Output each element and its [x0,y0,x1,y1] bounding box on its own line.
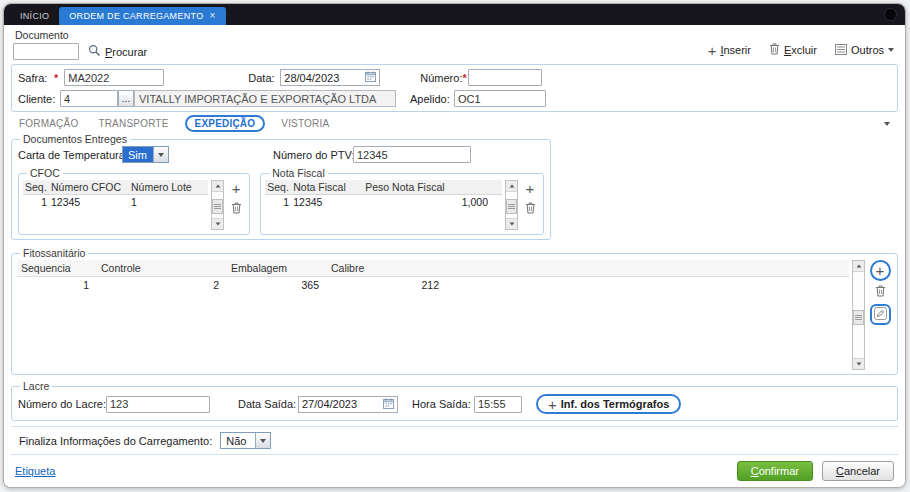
chevron-down-icon [888,48,894,52]
tab-vistoria[interactable]: VISTORIA [281,118,329,129]
scroll-thumb[interactable] [212,199,223,214]
tab-expedicao[interactable]: EXPEDIÇÃO [185,115,266,132]
cancelar-button[interactable]: Cancelar [822,461,894,481]
tab-ordem-label: ORDEM DE CARREGAMENTO [69,11,203,21]
add-highlight-annotation: + [870,260,891,281]
tab-inicio-label: INÍCIO [20,11,49,21]
footer-buttons: Confirmar Cancelar [737,461,894,481]
footer-bar: Etiqueta Confirmar Cancelar [11,455,898,483]
lacre-group: Lacre Número do Lacre: Data Saída: 27/04… [11,380,898,421]
numero-label: Número:* [420,72,468,84]
inserir-button[interactable]: + Inserir [706,43,753,57]
cfoc-table: Seq. Número CFOC Número Lote 1 12345 1 [23,180,208,230]
fito-edit-button[interactable] [872,307,888,322]
cliente-lookup-button[interactable]: ... [118,90,134,107]
finaliza-select[interactable]: Não [220,432,271,449]
lacre-title: Lacre [20,380,52,392]
tab-formacao[interactable]: FORMAÇÃO [19,118,78,129]
data-saida-field[interactable]: 27/04/2023 [298,396,398,413]
documento-search-area: Documento Procurar [13,29,149,60]
cliente-code-field[interactable] [60,90,118,107]
tab-transporte[interactable]: TRANSPORTE [98,118,168,129]
cfoc-scrollbar[interactable] [211,180,224,230]
carta-temperatura-row: Carta de Temperatura: Sim Número do PTV: [16,146,546,167]
edit-highlight-annotation [870,304,891,325]
fito-delete-button[interactable] [872,285,888,300]
lacre-numero-field[interactable] [106,396,210,413]
scroll-thumb[interactable] [506,199,517,214]
cfoc-add-button[interactable]: + [228,181,244,196]
cfoc-header-row: Seq. Número CFOC Número Lote [23,180,208,195]
scroll-down-icon[interactable] [506,218,517,229]
cfoc-delete-button[interactable] [228,202,244,217]
nota-fiscal-body: Seq. Nota Fiscal Peso Nota Fiscal 1 1234… [265,180,539,230]
finaliza-row: Finaliza Informações do Carregamento: Nã… [11,426,898,455]
scroll-thumb[interactable] [853,310,864,325]
carta-temperatura-select[interactable]: Sim [122,146,169,163]
termografos-button[interactable]: + Inf. dos Termógrafos [536,394,681,414]
data-field[interactable]: 28/04/2023 [280,69,380,86]
nf-col-nota: Nota Fiscal [291,180,363,194]
trash-icon [525,202,536,217]
fito-scrollbar[interactable] [852,260,865,370]
safra-field[interactable] [64,69,164,86]
documento-controls: Procurar [13,43,149,60]
scroll-down-icon[interactable] [853,358,864,369]
trash-icon [231,202,242,217]
fito-scroll-track[interactable] [853,272,864,358]
ptv-label: Número do PTV: [273,149,353,161]
apelido-field[interactable] [454,90,546,107]
search-icon [88,44,101,59]
calendar-icon[interactable] [383,398,394,411]
fitossanitario-table: Sequencia Controle Embalagem Calibre 1 2… [17,260,849,370]
dropdown-arrow-icon[interactable] [153,147,168,162]
cfoc-col-lote: Número Lote [129,180,208,194]
nf-scroll-track[interactable] [506,192,517,218]
tab-inicio[interactable]: INÍCIO [10,7,59,25]
nf-add-button[interactable]: + [522,181,538,196]
window-menu-button[interactable] [884,8,897,21]
plus-icon: + [232,183,241,194]
procurar-button[interactable]: Procurar [86,43,149,60]
carta-temperatura-value: Sim [123,147,153,162]
table-row[interactable]: 1 12345 1,000 [265,195,502,209]
tab-ordem-de-carregamento[interactable]: ORDEM DE CARREGAMENTO × [59,7,225,25]
fito-add-button[interactable]: + [872,263,888,278]
lacre-row: Número do Lacre: Data Saída: 27/04/2023 … [16,393,893,416]
cfoc-body: Seq. Número CFOC Número Lote 1 12345 1 [23,180,245,230]
nf-delete-button[interactable] [522,202,538,217]
documents-tables: CFOC Seq. Número CFOC Número Lote 1 1234… [16,167,546,235]
calendar-icon[interactable] [365,71,376,84]
close-tab-icon[interactable]: × [209,11,215,21]
etiqueta-link[interactable]: Etiqueta [15,465,55,477]
confirmar-button[interactable]: Confirmar [737,461,813,481]
scroll-up-icon[interactable] [212,181,223,192]
cfoc-scroll-track[interactable] [212,192,223,218]
scroll-up-icon[interactable] [853,261,864,272]
table-row[interactable]: 1 12345 1 [23,195,208,209]
documento-label: Documento [13,29,149,41]
data-saida-label: Data Saída: [238,398,298,410]
hora-saida-field[interactable] [474,396,522,413]
outros-button[interactable]: Outros [833,43,896,58]
app-window: INÍCIO ORDEM DE CARREGAMENTO × Documento… [3,3,906,488]
cfoc-title: CFOC [27,167,63,179]
nota-fiscal-group: Nota Fiscal Seq. Nota Fiscal Peso Nota F… [260,167,544,235]
nf-scrollbar[interactable] [505,180,518,230]
fito-header-row: Sequencia Controle Embalagem Calibre [17,260,849,277]
collapse-chevron-icon[interactable] [884,122,890,126]
ptv-field[interactable] [353,146,471,163]
carta-temperatura-label: Carta de Temperatura: [18,149,122,161]
numero-field[interactable] [468,69,542,86]
data-saida-value: 27/04/2023 [302,398,357,410]
hora-saida-label: Hora Saída: [412,398,474,410]
nf-cell-peso: 1,000 [363,195,502,209]
dropdown-arrow-icon[interactable] [255,433,270,448]
table-row[interactable]: 1 2 365 212 [17,277,849,293]
excluir-button[interactable]: Excluir [767,42,819,58]
documento-input[interactable] [13,43,79,60]
scroll-up-icon[interactable] [506,181,517,192]
fitossanitario-body: Sequencia Controle Embalagem Calibre 1 2… [16,260,893,370]
safra-label: Safra: [18,72,54,84]
scroll-down-icon[interactable] [212,218,223,229]
